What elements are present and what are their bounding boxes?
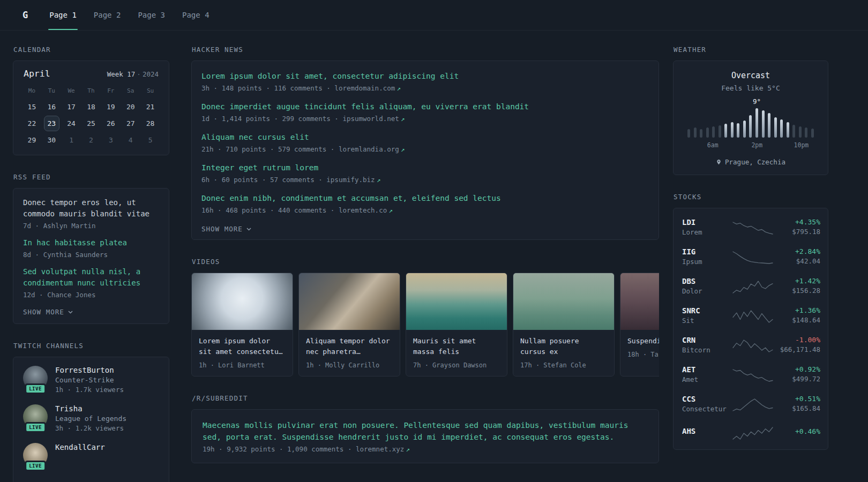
stocks-card: LDI Lorem +4.35% $795.18 IIG Ipsum — [673, 208, 828, 450]
calendar-day: 5 — [140, 132, 160, 148]
stock-change: +4.35% — [773, 218, 820, 226]
video-title: Aliquam tempor dolor nec pharetra… — [306, 336, 393, 357]
stocks-widget: STOCKS LDI Lorem +4.35% $795.18 IIG — [673, 193, 828, 450]
stock-row[interactable]: DBS Dolor +1.42% $156.28 — [682, 271, 819, 300]
video-card[interactable]: Suspendisse diam 18h · Tara — [620, 273, 659, 376]
channel-info: Trisha League of Legends 3h · 1.2k viewe… — [55, 404, 126, 432]
calendar-day: 2 — [81, 132, 101, 148]
section-title-rss: RSS FEED — [13, 173, 169, 181]
hn-meta-text: 6h · 60 points · 57 comments · — [201, 176, 323, 184]
stock-row[interactable]: AET Amet +0.92% $499.72 — [682, 359, 819, 389]
channel-game: Counter-Strike — [55, 376, 124, 384]
calendar-day: 19 — [101, 99, 121, 115]
app-logo[interactable]: G — [23, 10, 28, 20]
stock-sparkline — [732, 424, 773, 440]
stock-name: Sit — [682, 317, 732, 325]
stock-name: Lorem — [682, 228, 732, 236]
video-info: Nullam posuere cursus ex 17h · Stefan Co… — [513, 330, 614, 376]
rss-item-title[interactable]: Sed volutpat nulla nisl, a condimentum n… — [23, 266, 159, 289]
stock-id: CCS Consectetur — [682, 395, 732, 413]
tab-page-3[interactable]: Page 3 — [137, 0, 166, 30]
page-tabs: Page 1 Page 2 Page 3 Page 4 — [48, 0, 210, 30]
channel-info: ForrestBurton Counter-Strike 1h · 1.7k v… — [55, 366, 124, 394]
channel-info: KendallCarr — [55, 443, 105, 468]
external-link-icon: ↗ — [377, 176, 381, 184]
hn-item-title[interactable]: Donec imperdiet augue tincidunt felis al… — [201, 101, 649, 112]
section-title-twitch: TWITCH CHANNELS — [13, 342, 169, 350]
video-card[interactable]: Aliquam tempor dolor nec pharetra… 1h · … — [298, 273, 400, 376]
channel-avatar: LIVE — [23, 443, 48, 468]
calendar-day: 22 — [22, 115, 42, 132]
stock-sparkline — [732, 307, 773, 323]
tab-page-1[interactable]: Page 1 — [48, 0, 78, 30]
rss-show-more-button[interactable]: SHOW MORE — [23, 308, 73, 316]
subreddit-post: Maecenas mollis pulvinar erat non posuer… — [203, 419, 648, 453]
stock-row[interactable]: AHS +0.46% — [682, 418, 819, 446]
stock-id: DBS Dolor — [682, 277, 732, 295]
stock-row[interactable]: LDI Lorem +4.35% $795.18 — [682, 212, 819, 242]
subreddit-widget: /R/SUBREDDIT Maecenas mollis pulvinar er… — [191, 394, 659, 463]
stock-price: $148.64 — [773, 316, 820, 324]
rss-item: Sed volutpat nulla nisl, a condimentum n… — [23, 266, 159, 299]
stock-sparkline — [732, 337, 773, 353]
calendar-card: April Week 17·2024 Mo Tu We Th Fr Sa Su … — [13, 61, 169, 155]
video-title: Lorem ipsum dolor sit amet consectetu… — [199, 336, 286, 357]
hn-item: Lorem ipsum dolor sit amet, consectetur … — [201, 71, 649, 92]
stock-sparkline — [732, 396, 773, 412]
hn-item-title[interactable]: Aliquam nec cursus elit — [201, 132, 649, 143]
stock-row[interactable]: IIG Ipsum +2.84% $42.04 — [682, 242, 819, 271]
calendar-year: 2024 — [143, 70, 159, 78]
video-card[interactable]: Mauris sit amet massa felis 7h · Grayson… — [406, 273, 507, 376]
tab-page-2[interactable]: Page 2 — [93, 0, 122, 30]
video-card[interactable]: Lorem ipsum dolor sit amet consectetu… 1… — [191, 273, 293, 376]
channel-name: ForrestBurton — [55, 366, 124, 374]
hn-item-domain-link[interactable]: loremdomain.com — [334, 84, 395, 92]
rss-item-title[interactable]: Donec tempor eros leo, ut commodo mauris… — [23, 197, 159, 220]
dow-label: Tu — [42, 85, 62, 96]
stock-row[interactable]: CCS Consectetur +0.51% $165.84 — [682, 389, 819, 418]
dow-label: Sa — [121, 85, 140, 96]
video-meta: 1h · Lori Barnett — [199, 362, 286, 369]
video-meta: 7h · Grayson Dawson — [413, 362, 500, 369]
hn-item-domain-link[interactable]: ipsumworld.net — [342, 115, 399, 123]
hn-show-more-button[interactable]: SHOW MORE — [201, 225, 251, 233]
weather-card: Overcast Feels like 5°C 9° 6am 2pm 10pm … — [673, 61, 828, 175]
weather-location: Prague, Czechia — [684, 158, 817, 166]
twitch-channel-row[interactable]: LIVE ForrestBurton Counter-Strike 1h · 1… — [23, 366, 159, 394]
hn-item-title[interactable]: Donec enim nibh, condimentum et accumsan… — [201, 193, 649, 204]
subreddit-card: Maecenas mollis pulvinar erat non posuer… — [191, 409, 659, 463]
stock-row[interactable]: SNRC Sit +1.36% $148.64 — [682, 300, 819, 330]
video-card[interactable]: Nullam posuere cursus ex 17h · Stefan Co… — [513, 273, 615, 376]
hn-item-domain-link[interactable]: loremlandia.org — [339, 145, 399, 153]
stock-symbol: CCS — [682, 395, 732, 403]
hn-item-meta: 21h · 710 points · 579 comments · loreml… — [201, 145, 649, 153]
twitch-channel-row[interactable]: LIVE KendallCarr — [23, 443, 159, 468]
stock-sparkline — [732, 366, 773, 382]
middle-column: HACKER NEWS Lorem ipsum dolor sit amet, … — [191, 46, 659, 481]
hn-item-domain-link[interactable]: loremtech.co — [339, 206, 387, 214]
post-title[interactable]: Maecenas mollis pulvinar erat non posuer… — [203, 419, 648, 443]
weather-x-labels: 6am 2pm 10pm — [687, 141, 814, 149]
hn-item: Donec enim nibh, condimentum et accumsan… — [201, 193, 649, 214]
stock-row[interactable]: CRN Bitcorn -1.00% $66,171.48 — [682, 330, 819, 359]
section-title-hackernews: HACKER NEWS — [192, 46, 659, 54]
external-link-icon: ↗ — [401, 115, 405, 123]
show-more-label: SHOW MORE — [23, 308, 64, 316]
calendar-day: 4 — [121, 132, 140, 148]
stock-id: CRN Bitcorn — [682, 336, 732, 354]
hn-item-domain-link[interactable]: ipsumify.biz — [326, 176, 375, 184]
hn-item-title[interactable]: Lorem ipsum dolor sit amet, consectetur … — [201, 71, 649, 82]
hn-item-title[interactable]: Integer eget rutrum lorem — [201, 162, 649, 174]
calendar-day: 20 — [121, 99, 140, 115]
live-badge: LIVE — [25, 461, 46, 471]
video-info: Aliquam tempor dolor nec pharetra… 1h · … — [299, 330, 400, 376]
rss-item-title[interactable]: In hac habitasse platea — [23, 237, 159, 248]
chevron-down-icon — [68, 311, 73, 314]
hn-item: Donec imperdiet augue tincidunt felis al… — [201, 101, 649, 123]
stock-id: IIG Ipsum — [682, 247, 732, 266]
tab-page-4[interactable]: Page 4 — [181, 0, 211, 30]
external-link-icon: ↗ — [401, 145, 405, 153]
twitch-channel-row[interactable]: LIVE Trisha League of Legends 3h · 1.2k … — [23, 404, 159, 432]
post-domain-link[interactable]: loremnet.xyz — [356, 445, 404, 453]
videos-row: Lorem ipsum dolor sit amet consectetu… 1… — [191, 273, 659, 376]
